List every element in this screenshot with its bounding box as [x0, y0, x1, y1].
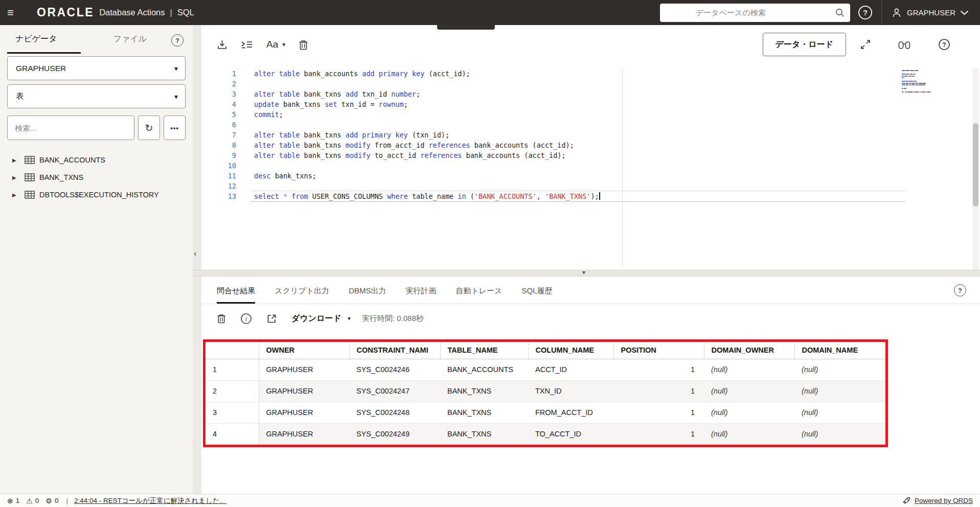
database-search-input[interactable] [660, 4, 850, 22]
results-tab-autotrace[interactable]: 自動トレース [455, 286, 502, 304]
maximize-button[interactable] [860, 39, 871, 50]
code-line[interactable]: 11desc bank_txns; [201, 171, 970, 181]
code-line[interactable]: 4update bank_txns set txn_id = rownum; [201, 99, 970, 109]
expand-icon[interactable]: ▶ [12, 157, 25, 163]
sidebar-tab-navigator[interactable]: ナビゲータ [15, 34, 57, 48]
grid-column-header[interactable]: DOMAIN_OWNER [704, 342, 794, 359]
hamburger-menu-button[interactable]: ≡ [7, 6, 22, 19]
grid-cell[interactable]: SYS_C0024247 [349, 380, 440, 402]
code-line[interactable]: 8alter table bank_txns modify from_acct_… [201, 140, 970, 150]
code-line[interactable]: 13select * from USER_CONS_COLUMNS where … [201, 191, 970, 201]
grid-column-header[interactable]: OWNER [259, 342, 349, 359]
grid-cell[interactable]: FROM_ACCT_ID [528, 402, 613, 423]
grid-cell[interactable]: GRAPHUSER [259, 359, 349, 380]
results-tab-sql-history[interactable]: SQL履歴 [522, 286, 553, 304]
grid-cell[interactable]: (null) [704, 423, 794, 445]
query-info-button[interactable]: i [240, 313, 252, 325]
code-line[interactable]: 6 [201, 120, 970, 130]
expand-icon[interactable]: ▶ [12, 175, 25, 180]
user-menu[interactable]: GRAPHUSER [882, 0, 980, 25]
clear-results-button[interactable] [217, 313, 226, 324]
data-load-button[interactable]: データ・ロード [763, 33, 847, 56]
grid-row[interactable]: 4GRAPHUSERSYS_C0024249BANK_TXNSTO_ACCT_I… [206, 423, 885, 445]
grid-cell[interactable]: (null) [794, 402, 885, 423]
grid-cell[interactable]: TO_ACCT_ID [528, 423, 613, 445]
grid-cell[interactable]: GRAPHUSER [259, 402, 349, 423]
grid-cell[interactable]: 1 [613, 380, 704, 402]
chevron-down-icon[interactable]: ▾ [348, 315, 351, 322]
object-type-select[interactable]: 表 ▾ [7, 84, 186, 108]
grid-row-number[interactable]: 2 [206, 380, 259, 402]
schema-select[interactable]: GRAPHUSER ▾ [7, 56, 186, 80]
more-actions-button[interactable]: ••• [164, 116, 186, 140]
panel-splitter[interactable]: ▾ [193, 270, 980, 276]
results-tab-dbms-output[interactable]: DBMS出力 [349, 286, 386, 304]
grid-row[interactable]: 3GRAPHUSERSYS_C0024248BANK_TXNSFROM_ACCT… [206, 402, 885, 423]
grid-cell[interactable]: BANK_ACCOUNTS [440, 359, 528, 380]
grid-cell[interactable]: BANK_TXNS [440, 402, 528, 423]
status-message-link[interactable]: 2:44:04 - RESTコールが正常に解決されました。 [74, 496, 226, 505]
code-line[interactable]: 1alter table bank_accounts add primary k… [201, 68, 970, 79]
chevron-down-icon[interactable]: ▾ [282, 41, 285, 48]
header-help-button[interactable]: ? [858, 6, 872, 19]
find-button[interactable] [898, 40, 910, 50]
object-search-input[interactable] [7, 116, 134, 140]
grid-cell[interactable]: SYS_C0024248 [349, 402, 440, 423]
grid-row-number[interactable]: 1 [206, 359, 259, 380]
grid-cell[interactable]: (null) [794, 380, 885, 402]
grid-column-header[interactable]: TABLE_NAME [440, 342, 528, 359]
grid-cell[interactable]: SYS_C0024246 [349, 359, 440, 380]
grid-cell[interactable]: ACCT_ID [528, 359, 613, 380]
grid-column-header[interactable]: COLUMN_NAME [528, 342, 613, 359]
code-line[interactable]: 3alter table bank_txns add txn_id number… [201, 89, 970, 99]
open-in-new-button[interactable] [266, 313, 277, 324]
grid-cell[interactable]: (null) [704, 359, 794, 380]
download-button[interactable]: ダウンロード [291, 313, 341, 324]
powered-by-ords-link[interactable]: Powered by ORDS [915, 497, 973, 504]
editor-minimap[interactable] [902, 70, 936, 94]
code-line[interactable]: 9alter table bank_txns modify to_acct_id… [201, 150, 970, 160]
font-size-button[interactable]: Aa [266, 39, 278, 50]
results-tab-query-result[interactable]: 問合せ結果 [217, 286, 255, 304]
grid-cell[interactable]: 1 [613, 423, 704, 445]
code-editor[interactable]: 1alter table bank_accounts add primary k… [201, 68, 970, 270]
grid-cell[interactable]: (null) [794, 359, 885, 380]
grid-column-header[interactable]: CONSTRAINT_NAMI [349, 342, 440, 359]
tree-item[interactable]: ▶DBTOOLS$EXECUTION_HISTORY [0, 186, 193, 203]
code-line[interactable]: 5commit; [201, 109, 970, 120]
code-line[interactable]: 2 [201, 79, 970, 89]
results-help-button[interactable]: ? [954, 284, 966, 296]
grid-cell[interactable]: SYS_C0024249 [349, 423, 440, 445]
results-tab-script-output[interactable]: スクリプト出力 [275, 286, 329, 304]
grid-cell[interactable]: 1 [613, 402, 704, 423]
run-script-button[interactable] [241, 39, 253, 50]
collapse-sidebar-icon[interactable]: ‹ [194, 248, 197, 259]
code-line[interactable]: 7alter table bank_txns add primary key (… [201, 130, 970, 140]
clear-worksheet-button[interactable] [299, 39, 308, 50]
sidebar-tab-files[interactable]: ファイル [113, 34, 147, 48]
editor-scrollbar[interactable] [972, 68, 979, 270]
grid-cell[interactable]: (null) [794, 423, 885, 445]
grid-row-number[interactable]: 4 [206, 423, 259, 445]
grid-row-number[interactable]: 3 [206, 402, 259, 423]
worksheet-help-button[interactable]: ? [938, 38, 950, 51]
editor-scrollbar-thumb[interactable] [973, 123, 978, 206]
grid-cell[interactable]: GRAPHUSER [259, 380, 349, 402]
download-worksheet-button[interactable] [217, 39, 227, 50]
grid-column-header[interactable] [206, 342, 259, 359]
grid-cell[interactable]: TXN_ID [528, 380, 613, 402]
code-line[interactable]: 12 [201, 181, 970, 191]
grid-cell[interactable]: 1 [613, 359, 704, 380]
expand-icon[interactable]: ▶ [12, 192, 25, 198]
grid-column-header[interactable]: DOMAIN_NAME [794, 342, 885, 359]
grid-cell[interactable]: GRAPHUSER [259, 423, 349, 445]
grid-row[interactable]: 2GRAPHUSERSYS_C0024247BANK_TXNSTXN_ID1(n… [206, 380, 885, 402]
grid-cell[interactable]: BANK_TXNS [440, 380, 528, 402]
grid-cell[interactable]: (null) [704, 402, 794, 423]
results-tab-explain-plan[interactable]: 実行計画 [405, 286, 436, 304]
code-line[interactable]: 10 [201, 160, 970, 171]
tree-item[interactable]: ▶BANK_TXNS [0, 169, 193, 186]
grid-row[interactable]: 1GRAPHUSERSYS_C0024246BANK_ACCOUNTSACCT_… [206, 359, 885, 380]
grid-column-header[interactable]: POSITION [613, 342, 704, 359]
grid-cell[interactable]: (null) [704, 380, 794, 402]
